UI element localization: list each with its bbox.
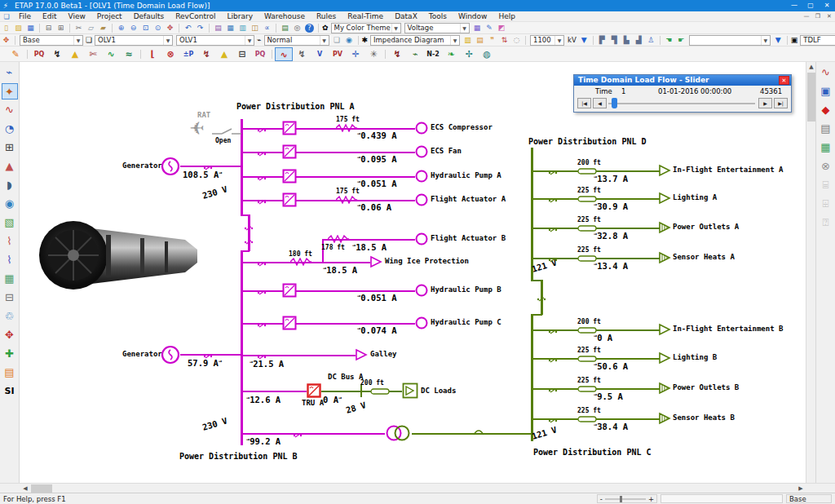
voltage-stability-icon[interactable]: V [311, 47, 329, 61]
breaker-symbol[interactable] [203, 163, 213, 168]
themes-grid-icon[interactable]: ▥ [236, 23, 249, 33]
child-window-icon[interactable]: ❏ [0, 13, 13, 20]
menu-defaults[interactable]: Defaults [128, 12, 170, 20]
help-icon[interactable]: ? [305, 24, 314, 33]
chevron-down-icon[interactable]: ▼ [554, 36, 563, 45]
horizontal-scrollbar[interactable]: ◀ ▶ [0, 483, 835, 493]
static-load-symbol[interactable] [659, 382, 671, 395]
last-step-button[interactable]: ▶| [774, 98, 788, 108]
breaker-symbol[interactable] [257, 259, 267, 264]
oneline-combo[interactable]: OLV1▼ [95, 35, 173, 46]
hscroll-thumb[interactable] [31, 484, 52, 493]
recycle-bin-icon[interactable]: ♲ [2, 308, 18, 325]
optimal-power-flow-icon[interactable]: ±P [179, 47, 197, 61]
converter-symbol[interactable] [282, 169, 297, 183]
wire[interactable] [242, 323, 415, 325]
breaker-symbol[interactable] [257, 352, 267, 357]
dc-arc-flash-icon[interactable]: ▲ [215, 47, 233, 61]
folder-icon[interactable]: ▤ [474, 35, 486, 46]
ghost-1-icon[interactable]: ⌸ [818, 177, 834, 193]
static-load-symbol[interactable] [659, 221, 671, 234]
motor-load-symbol[interactable] [415, 193, 428, 206]
wire[interactable] [242, 200, 415, 201]
chevron-down-icon[interactable]: ▼ [245, 36, 254, 45]
sequence-i-icon[interactable]: ⌇ [2, 233, 18, 250]
load-symbol[interactable] [659, 164, 671, 177]
wire[interactable] [242, 290, 415, 292]
breaker-symbol[interactable] [257, 126, 267, 130]
vscroll-thumb[interactable] [807, 73, 815, 122]
transformer-symbol[interactable] [385, 424, 413, 442]
cable-symbol[interactable] [336, 124, 357, 132]
contingency-n2-icon[interactable]: N-2 [424, 47, 442, 61]
breaker-symbol[interactable] [244, 237, 254, 242]
cable-symbol[interactable] [370, 387, 390, 394]
menu-datax[interactable]: DataX [389, 12, 423, 20]
wind-turbine-icon[interactable]: ✢ [460, 47, 478, 61]
save-icon[interactable]: ▦ [24, 23, 37, 33]
oneline-canvas[interactable]: Power Distribution PNL ARAT✈OpenGenerato… [20, 62, 806, 483]
renewable-icon[interactable]: ❧ [442, 47, 460, 61]
menu-rules[interactable]: Rules [311, 12, 342, 20]
child-close-button[interactable]: ✕ [824, 13, 835, 20]
motor-load-symbol[interactable] [415, 284, 428, 297]
theme-combo[interactable]: My Color Theme▼ [331, 23, 401, 33]
cable-symbol[interactable] [328, 235, 349, 243]
load-symbol[interactable] [659, 351, 671, 365]
breaker-symbol[interactable] [548, 196, 558, 201]
edit-study-icon[interactable]: ✎ [7, 47, 24, 61]
cable-symbol[interactable] [290, 258, 311, 266]
wire[interactable] [412, 433, 532, 435]
cable-symbol[interactable] [577, 415, 597, 422]
copy-presentation-icon[interactable]: ❏ [331, 35, 343, 46]
wire[interactable] [531, 314, 533, 441]
config-combo[interactable]: Base▼ [20, 35, 83, 46]
print-preview-icon[interactable]: ⊞ [55, 23, 67, 33]
plot-curves-icon[interactable]: ∿ [818, 64, 834, 81]
dialog-close-button[interactable]: ✕ [779, 76, 789, 85]
print-icon[interactable]: ⊟ [42, 23, 55, 33]
kv-down-arrow-icon[interactable]: ▼ [578, 35, 590, 46]
datablock-yellow-icon[interactable]: ▥ [462, 35, 474, 46]
zoom-plus-button[interactable]: + [648, 495, 654, 503]
datablock-icon[interactable]: ▤ [212, 23, 224, 33]
monitor-icon[interactable]: ▣ [818, 83, 834, 99]
tru-rectifier-symbol[interactable] [307, 383, 321, 398]
pen-icon[interactable]: ✎ [484, 23, 496, 33]
reliability-icon[interactable]: ✳ [364, 47, 382, 61]
converter-symbol[interactable] [282, 192, 297, 207]
short-circuit-icon[interactable]: ↯ [48, 47, 66, 61]
load-symbol[interactable] [370, 255, 382, 268]
wire[interactable] [242, 433, 385, 435]
alarm-icon[interactable]: ◆ [818, 102, 834, 118]
blank-down-arrow-icon[interactable]: ▼ [772, 35, 784, 46]
menu-file[interactable]: File [13, 12, 37, 20]
zoom-control[interactable]: - + [597, 494, 657, 503]
menu-window[interactable]: Window [453, 12, 493, 20]
motor-load-symbol[interactable] [415, 316, 428, 329]
unbalanced-load-flow-icon[interactable]: PQ [251, 47, 269, 61]
voltage-combo[interactable]: 1100▼ [530, 35, 564, 46]
paste-icon[interactable]: ▰ [97, 23, 109, 33]
dc-load-symbol[interactable] [402, 382, 418, 399]
link-icon[interactable]: ∝ [261, 23, 273, 33]
breaker-symbol[interactable] [257, 288, 267, 293]
presentation-combo[interactable]: OLV1▼ [176, 35, 254, 46]
cable-symbol[interactable] [577, 385, 597, 391]
static-load-symbol[interactable] [659, 251, 671, 264]
hand-left-icon[interactable]: ☚ [663, 35, 675, 46]
ghost-3-icon[interactable]: ⍰ [818, 214, 834, 231]
load-flow-icon[interactable]: PQ [30, 47, 48, 61]
chevron-down-icon[interactable]: ▼ [73, 36, 82, 45]
wire[interactable] [241, 250, 243, 445]
tree-green-icon[interactable]: ✚ [2, 346, 18, 362]
report-icon[interactable]: ▤ [279, 23, 291, 33]
panel-schedule-icon[interactable]: ⊟ [2, 290, 18, 306]
battery-sizing-icon[interactable]: ⊟ [233, 47, 251, 61]
breaker-symbol[interactable] [548, 168, 558, 173]
time-slider-thumb[interactable] [612, 98, 617, 108]
align-left-icon[interactable]: ▙ [621, 35, 633, 46]
rat-airplane-icon[interactable]: ✈ [189, 117, 204, 138]
align-top-icon[interactable]: ▛ [596, 35, 608, 46]
menu-revcontrol[interactable]: RevControl [170, 12, 221, 20]
